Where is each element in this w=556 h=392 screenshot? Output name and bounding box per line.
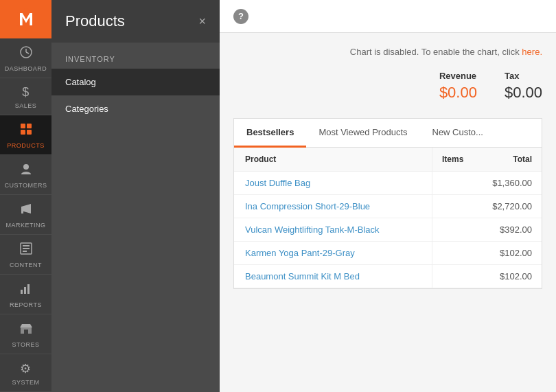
svg-rect-7 — [21, 211, 23, 214]
sales-label: Sales — [15, 102, 37, 109]
tax-stat: Tax $0.00 — [505, 71, 542, 102]
products-panel-title: Products — [65, 12, 125, 30]
products-table: Product Joust Duffle Bag Ina Compression… — [234, 148, 432, 288]
inventory-section-label: Inventory — [51, 43, 220, 69]
total-cell: $1,360.00 — [432, 172, 542, 194]
total-cell: $102.00 — [432, 242, 542, 264]
svg-rect-12 — [21, 290, 23, 294]
products-close-button[interactable]: × — [198, 15, 206, 27]
product-name[interactable]: Karmen Yoga Pant-29-Gray — [245, 248, 355, 258]
product-name[interactable]: Ina Compression Short-29-Blue — [245, 201, 370, 211]
products-label: Products — [7, 142, 45, 149]
total-cell: $392.00 — [432, 218, 542, 241]
total-col-header: Total — [487, 148, 542, 171]
table-row: $102.00 — [432, 265, 542, 288]
list-item: Karmen Yoga Pant-29-Gray — [234, 242, 432, 265]
list-item: Vulcan Weightlifting Tank-M-Black — [234, 218, 432, 242]
list-item: Ina Compression Short-29-Blue — [234, 195, 432, 218]
chart-disabled-text: Chart is disabled. To enable the chart, … — [350, 47, 520, 57]
content-icon — [19, 242, 33, 259]
tab-bestsellers[interactable]: Bestsellers — [234, 119, 306, 148]
top-bar: ? — [220, 0, 556, 33]
svg-point-6 — [23, 164, 29, 170]
revenue-value: $0.00 — [439, 84, 477, 102]
svg-rect-14 — [27, 284, 30, 294]
products-header: Products × — [51, 0, 220, 43]
customers-icon — [19, 162, 33, 179]
orders-col-headers: Items Total — [432, 148, 542, 172]
tax-label: Tax — [505, 71, 542, 81]
dashboard-content: Chart is disabled. To enable the chart, … — [220, 33, 556, 392]
svg-rect-5 — [27, 130, 32, 135]
svg-rect-9 — [23, 245, 30, 246]
svg-rect-10 — [23, 248, 30, 249]
sidebar-item-dashboard[interactable]: Dashboard — [0, 38, 51, 78]
chart-enable-link[interactable]: here. — [522, 47, 542, 57]
list-item: Joust Duffle Bag — [234, 172, 432, 195]
tax-value: $0.00 — [505, 84, 542, 102]
products-icon — [19, 122, 33, 139]
svg-rect-13 — [24, 287, 26, 294]
product-name[interactable]: Joust Duffle Bag — [245, 178, 310, 188]
sidebar-item-reports[interactable]: Reports — [0, 275, 51, 314]
table-area: Product Joust Duffle Bag Ina Compression… — [234, 148, 542, 288]
dashboard-icon — [19, 45, 33, 62]
table-row: $392.00 — [432, 218, 542, 242]
total-cell: $102.00 — [432, 265, 542, 288]
table-row: $1,360.00 — [432, 172, 542, 195]
svg-rect-17 — [24, 330, 28, 334]
product-name[interactable]: Vulcan Weightlifting Tank-M-Black — [245, 224, 380, 235]
reports-icon — [19, 281, 33, 299]
product-name[interactable]: Beaumont Summit Kit M Bed — [245, 271, 360, 281]
system-label: System — [12, 379, 39, 386]
total-cell: $2,720.00 — [432, 195, 542, 218]
sidebar-item-content[interactable]: Content — [0, 235, 51, 275]
main-content: ? Chart is disabled. To enable the chart… — [220, 0, 556, 392]
table-row: $102.00 — [432, 242, 542, 265]
catalog-menu-item[interactable]: Catalog — [51, 69, 220, 95]
sidebar-item-stores[interactable]: Stores — [0, 314, 51, 354]
orders-section: Items Total $1,360.00 $2,720.00 $392.00 … — [432, 148, 542, 288]
sidebar-item-sales[interactable]: $ Sales — [0, 78, 51, 115]
svg-rect-2 — [21, 124, 25, 128]
tab-most-viewed[interactable]: Most Viewed Products — [306, 119, 419, 148]
list-item: Beaumont Summit Kit M Bed — [234, 265, 432, 288]
customers-label: Customers — [5, 182, 47, 189]
categories-menu-item[interactable]: Categories — [51, 95, 220, 122]
dashboard-label: Dashboard — [5, 65, 47, 72]
revenue-stat: Revenue $0.00 — [439, 71, 477, 102]
svg-rect-3 — [27, 124, 32, 128]
app-logo — [0, 0, 51, 38]
tab-new-customers[interactable]: New Custo... — [420, 119, 496, 148]
products-panel: Products × Inventory Catalog Categories — [51, 0, 220, 392]
system-icon: ⚙ — [20, 361, 32, 376]
marketing-icon — [19, 202, 33, 219]
help-icon[interactable]: ? — [233, 9, 248, 24]
sales-icon: $ — [22, 85, 30, 100]
stores-label: Stores — [12, 341, 40, 348]
sidebar-item-customers[interactable]: Customers — [0, 155, 51, 195]
stores-icon — [19, 321, 33, 338]
table-row: $2,720.00 — [432, 195, 542, 218]
sidebar-item-marketing[interactable]: Marketing — [0, 195, 51, 235]
sidebar-item-products[interactable]: Products — [0, 115, 51, 155]
content-label: Content — [10, 262, 42, 268]
tabs-container: Bestsellers Most Viewed Products New Cus… — [233, 118, 542, 289]
svg-rect-11 — [23, 251, 27, 252]
marketing-label: Marketing — [5, 222, 45, 229]
svg-rect-4 — [21, 130, 25, 135]
sidebar-item-system[interactable]: ⚙ System — [0, 354, 51, 392]
items-col-header: Items — [432, 148, 487, 171]
sidebar-icons: Dashboard $ Sales Products Customers — [0, 0, 51, 392]
product-col-header: Product — [234, 148, 432, 172]
chart-disabled-message: Chart is disabled. To enable the chart, … — [233, 47, 542, 57]
reports-label: Reports — [10, 301, 42, 308]
revenue-label: Revenue — [439, 71, 477, 81]
tabs-header: Bestsellers Most Viewed Products New Cus… — [234, 119, 542, 148]
stats-row: Revenue $0.00 Tax $0.00 — [233, 71, 542, 102]
